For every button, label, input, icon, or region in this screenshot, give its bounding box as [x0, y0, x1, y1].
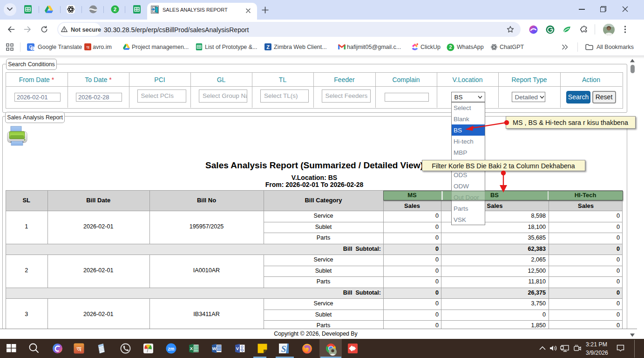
svg-text:2: 2 — [449, 44, 452, 50]
svg-text:zm: zm — [168, 346, 174, 351]
svg-text:Z: Z — [266, 44, 270, 50]
svg-text:S: S — [281, 344, 286, 354]
svg-text:文: 文 — [31, 47, 34, 51]
svg-text:X: X — [190, 346, 193, 351]
svg-text:অ: অ — [76, 345, 81, 353]
svg-text:অ: অ — [86, 45, 89, 50]
svg-text:V: V — [236, 346, 239, 351]
svg-text:W: W — [212, 346, 216, 351]
svg-text:2: 2 — [114, 7, 116, 12]
